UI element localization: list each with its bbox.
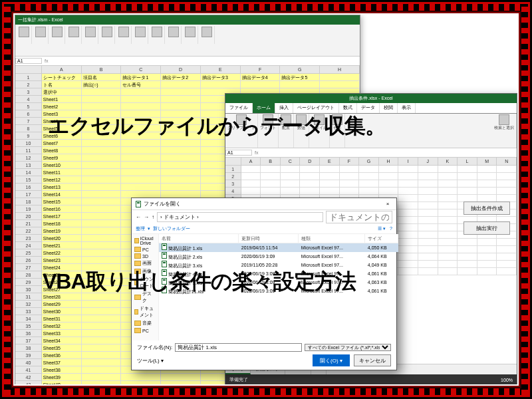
- cell[interactable]: [121, 162, 161, 169]
- cell[interactable]: [121, 154, 161, 162]
- cell[interactable]: Sheet32: [42, 323, 82, 330]
- row-header[interactable]: 40: [15, 359, 42, 366]
- cell[interactable]: Sheet8: [42, 147, 82, 154]
- cell[interactable]: [82, 337, 122, 344]
- cell[interactable]: [261, 180, 281, 188]
- cell[interactable]: [82, 154, 122, 162]
- row-header[interactable]: 17: [15, 191, 42, 198]
- row-header[interactable]: 38: [15, 344, 42, 352]
- cell[interactable]: [82, 344, 122, 352]
- row-header[interactable]: 14: [15, 169, 42, 176]
- cell[interactable]: [359, 188, 379, 195]
- column-header[interactable]: M: [477, 158, 497, 166]
- cell[interactable]: [379, 180, 399, 188]
- cell[interactable]: [82, 249, 122, 257]
- ribbon-button[interactable]: [66, 26, 82, 44]
- cell[interactable]: [497, 173, 517, 180]
- cell[interactable]: シートチェック: [42, 74, 82, 81]
- cell[interactable]: [497, 166, 517, 173]
- cell[interactable]: [82, 257, 122, 264]
- cell[interactable]: [161, 169, 201, 176]
- column-header[interactable]: A: [241, 158, 261, 166]
- cell[interactable]: Sheet11: [42, 169, 82, 176]
- cell[interactable]: Sheet39: [42, 374, 82, 381]
- cell[interactable]: [82, 184, 122, 191]
- cell[interactable]: [82, 308, 122, 315]
- column-header[interactable]: C: [121, 66, 161, 74]
- row-header[interactable]: 1: [225, 166, 241, 173]
- cell[interactable]: [281, 188, 301, 195]
- column-header[interactable]: I: [398, 158, 418, 166]
- cell[interactable]: [161, 147, 201, 154]
- cell[interactable]: [477, 173, 497, 180]
- cell[interactable]: [300, 180, 320, 188]
- row-header[interactable]: 29: [15, 279, 42, 286]
- cell[interactable]: [418, 268, 438, 275]
- cell[interactable]: [121, 184, 161, 191]
- row-header[interactable]: 10: [15, 140, 42, 147]
- cell[interactable]: 抽出データ2: [161, 74, 201, 81]
- ribbon-tab[interactable]: 表示: [398, 103, 416, 113]
- cell[interactable]: [161, 374, 201, 381]
- file-row[interactable]: 簡易品質計 1.xls2019/04/15 11:54Microsoft Exc…: [159, 243, 398, 252]
- row-header[interactable]: 42: [15, 374, 42, 381]
- cell[interactable]: [398, 246, 418, 253]
- sidebar-item[interactable]: iCloud Drive: [133, 235, 157, 246]
- row-header[interactable]: 26: [15, 257, 42, 264]
- column-header[interactable]: [15, 66, 42, 74]
- cell[interactable]: Sheet33: [42, 330, 82, 337]
- row-header[interactable]: 34: [15, 315, 42, 323]
- cell[interactable]: [261, 173, 281, 180]
- cell[interactable]: [398, 195, 418, 202]
- cell[interactable]: [438, 180, 458, 188]
- file-column-header[interactable]: 名前: [159, 234, 239, 243]
- cell[interactable]: [261, 188, 281, 195]
- cell[interactable]: [241, 173, 261, 180]
- ribbon-button[interactable]: [150, 26, 165, 44]
- close-icon[interactable]: ×: [383, 201, 392, 207]
- cell[interactable]: [398, 173, 418, 180]
- cell[interactable]: [161, 96, 201, 103]
- ribbon-button[interactable]: [166, 26, 182, 44]
- cell[interactable]: [418, 246, 438, 253]
- open-button[interactable]: 開く(O) ▾: [313, 354, 350, 366]
- cell[interactable]: [398, 239, 418, 246]
- row-header[interactable]: 6: [15, 110, 42, 118]
- cell[interactable]: Sheet9: [42, 154, 82, 162]
- cell[interactable]: [477, 261, 497, 268]
- column-header[interactable]: F: [241, 66, 281, 74]
- cell[interactable]: [320, 173, 340, 180]
- cell[interactable]: [241, 166, 261, 173]
- cell[interactable]: [281, 173, 301, 180]
- cell[interactable]: [438, 202, 458, 209]
- cancel-button[interactable]: キャンセル: [354, 354, 391, 366]
- cell[interactable]: [438, 246, 458, 253]
- cell[interactable]: Sheet15: [42, 198, 82, 205]
- row-header[interactable]: 13: [15, 162, 42, 169]
- cell[interactable]: [82, 103, 122, 110]
- cell[interactable]: Sheet21: [42, 242, 82, 249]
- ribbon-button[interactable]: [83, 26, 98, 44]
- ribbon-group[interactable]: 検索と選択: [492, 114, 517, 148]
- cell[interactable]: Sheet23: [42, 257, 82, 264]
- cell[interactable]: [201, 81, 241, 88]
- up-icon[interactable]: ↑: [152, 214, 154, 220]
- sidebar-item[interactable]: ドキュメント: [133, 305, 157, 319]
- cell[interactable]: [82, 381, 122, 384]
- cell[interactable]: [241, 81, 281, 88]
- row-header[interactable]: 28: [15, 271, 42, 279]
- cell[interactable]: Sheet36: [42, 352, 82, 359]
- cell[interactable]: [82, 301, 122, 308]
- row-header[interactable]: 43: [15, 381, 42, 384]
- column-header[interactable]: E: [201, 66, 241, 74]
- cell[interactable]: [161, 81, 201, 88]
- column-header[interactable]: G: [280, 66, 320, 74]
- cell[interactable]: Sheet16: [42, 205, 82, 213]
- cell[interactable]: [418, 195, 438, 202]
- cell[interactable]: [82, 88, 122, 96]
- row-header[interactable]: 1: [15, 74, 42, 81]
- help-icon[interactable]: ?: [390, 226, 392, 231]
- forward-icon[interactable]: →: [144, 214, 149, 220]
- cell[interactable]: 抽出(○): [82, 81, 122, 88]
- cell[interactable]: Sheet34: [42, 337, 82, 344]
